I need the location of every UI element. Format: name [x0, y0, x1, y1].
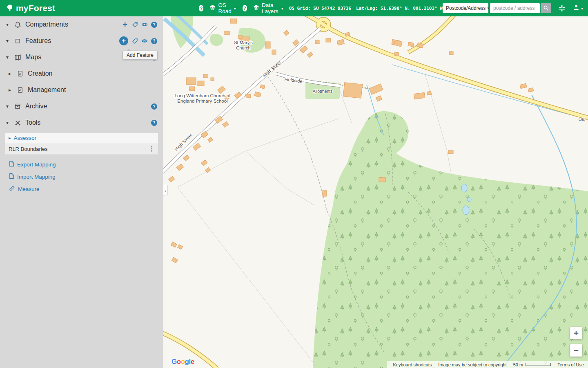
- sidebar-section-compartments[interactable]: ▾ Compartments + ?: [0, 16, 163, 33]
- export-mapping-link[interactable]: Export Mapping: [0, 158, 163, 171]
- chevron-down-icon: ▾: [281, 6, 283, 11]
- data-layers-label: Data Layers: [262, 2, 279, 14]
- compress-icon[interactable]: [559, 5, 566, 12]
- layers-icon: [253, 4, 259, 12]
- zoom-in-button[interactable]: +: [570, 327, 582, 339]
- sidebar-section-archive[interactable]: ▾ Archive ?: [0, 98, 163, 114]
- sidebar-section-creation[interactable]: ▸ Creation: [0, 65, 163, 82]
- google-logo[interactable]: Google: [172, 358, 194, 366]
- section-label: Features: [25, 37, 51, 45]
- section-label: Compartments: [25, 21, 68, 28]
- tag-icon[interactable]: [131, 38, 138, 44]
- sidebar-section-tools[interactable]: ▾ Tools ?: [0, 114, 163, 131]
- add-feature-icon[interactable]: +: [119, 36, 128, 45]
- caret-down-icon: ▾: [6, 22, 12, 27]
- chevron-down-icon: ▾: [581, 6, 583, 11]
- brand-name: myForest: [16, 3, 55, 13]
- ruler-icon: [9, 185, 15, 193]
- keyboard-shortcuts-link[interactable]: Keyboard shortcuts: [393, 362, 432, 367]
- sidebar-collapse-handle[interactable]: ‹: [163, 185, 168, 195]
- terms-of-use-link[interactable]: Terms of Use: [557, 362, 584, 367]
- top-bar: myForest ? OS Road ▾ ? Data Layers ▾ OS …: [0, 0, 588, 16]
- data-layers-dropdown[interactable]: Data Layers ▾: [253, 2, 283, 14]
- help-icon[interactable]: ?: [243, 5, 247, 11]
- layers-icon: [209, 4, 216, 12]
- basemap-label: OS Road: [218, 2, 231, 14]
- sidebar: ▾ Compartments + ? ▾: [0, 16, 163, 368]
- caret-down-icon: ▾: [6, 103, 12, 109]
- user-menu[interactable]: ▾: [573, 4, 583, 12]
- archive-icon: [13, 103, 22, 110]
- postcode-mode-value: Postcode/Address: [446, 5, 486, 11]
- export-mapping-label: Export Mapping: [17, 162, 56, 168]
- kebab-menu-icon[interactable]: ⋮: [149, 145, 155, 153]
- postcode-mode-select[interactable]: Postcode/Address ▾: [443, 3, 488, 13]
- st-marys-label-2: Church: [236, 45, 250, 50]
- section-label: Management: [28, 86, 66, 94]
- map-viewport[interactable]: St Mary's Church High Street Fieldside A…: [163, 16, 588, 368]
- caret-down-icon: ▾: [6, 120, 12, 126]
- map-canvas[interactable]: St Mary's Church High Street Fieldside A…: [163, 16, 588, 368]
- map-attribution-bar: Keyboard shortcuts Image may be subject …: [387, 361, 588, 368]
- section-label: Archive: [25, 103, 47, 110]
- add-compartment-icon[interactable]: +: [122, 21, 128, 28]
- map-icon: [13, 54, 22, 61]
- search-icon: [543, 5, 549, 12]
- report-icon: [16, 70, 24, 77]
- bell-icon: [13, 21, 22, 28]
- myforest-logo[interactable]: myForest: [6, 3, 55, 13]
- caret-right-icon: ▸: [9, 71, 15, 76]
- scale-label: 50 m: [513, 362, 523, 367]
- help-icon[interactable]: ?: [151, 120, 157, 126]
- myforest-logo-icon: [6, 4, 14, 12]
- st-marys-label-1: St Mary's: [234, 40, 253, 45]
- sidebar-section-management[interactable]: ▸ Management: [0, 82, 163, 98]
- zoom-out-button[interactable]: −: [570, 344, 582, 357]
- assessor-label: Assessor: [14, 135, 37, 141]
- import-mapping-label: Import Mapping: [17, 174, 56, 180]
- os-grid-readout: OS Grid: SU 54742 93736: [289, 6, 351, 11]
- section-label: Tools: [25, 119, 40, 126]
- allotments-label: Allotments: [312, 89, 332, 94]
- polygon-icon: [13, 38, 22, 44]
- add-feature-tooltip: Add Feature: [122, 51, 158, 60]
- rlr-boundaries-item[interactable]: RLR Boundaries ⋮: [5, 143, 158, 155]
- school-label-1: Long Wittenham Church of: [175, 93, 231, 98]
- import-mapping-link[interactable]: Import Mapping: [0, 171, 163, 183]
- user-icon: [573, 4, 579, 12]
- help-icon[interactable]: ?: [151, 38, 157, 44]
- basemap-dropdown[interactable]: OS Road ▾: [209, 2, 236, 14]
- section-label: Maps: [25, 54, 41, 61]
- caret-down-icon: ▾: [6, 54, 12, 60]
- map-scale: 50 m: [513, 362, 551, 367]
- search-button[interactable]: [541, 3, 551, 13]
- eye-icon[interactable]: [141, 38, 148, 44]
- caret-right-icon: ▸: [9, 135, 11, 141]
- caret-down-icon: ▾: [6, 38, 12, 44]
- tools-icon: [13, 119, 22, 126]
- scale-bar: [526, 363, 551, 366]
- section-label: Creation: [28, 70, 52, 77]
- eye-icon[interactable]: [141, 21, 148, 28]
- help-icon[interactable]: ?: [151, 103, 157, 110]
- tag-icon[interactable]: [131, 21, 138, 28]
- file-export-icon: [9, 161, 14, 168]
- file-import-icon: [9, 173, 14, 180]
- copyright-note: Image may be subject to copyright: [438, 362, 507, 367]
- chevron-down-icon: ▾: [234, 6, 236, 11]
- postcode-search-input[interactable]: [490, 3, 540, 13]
- measure-link[interactable]: Measure: [0, 183, 163, 195]
- measure-label: Measure: [18, 186, 40, 192]
- chevron-left-icon: ‹: [165, 187, 166, 193]
- help-icon[interactable]: ?: [151, 22, 157, 28]
- help-icon[interactable]: ?: [199, 5, 203, 11]
- rlr-boundaries-label: RLR Boundaries: [9, 146, 47, 152]
- assessor-item[interactable]: ▸ Assessor: [5, 133, 158, 143]
- school-label-2: England Primary School: [177, 99, 227, 103]
- caret-right-icon: ▸: [9, 87, 15, 93]
- report-icon: [16, 87, 24, 93]
- latlng-readout: Lat/Lng: 51.6398° N, 001.2103° W: [356, 6, 443, 11]
- chevron-down-icon: ▾: [487, 6, 489, 10]
- sidebar-section-features[interactable]: ▾ Features + ?: [0, 33, 163, 49]
